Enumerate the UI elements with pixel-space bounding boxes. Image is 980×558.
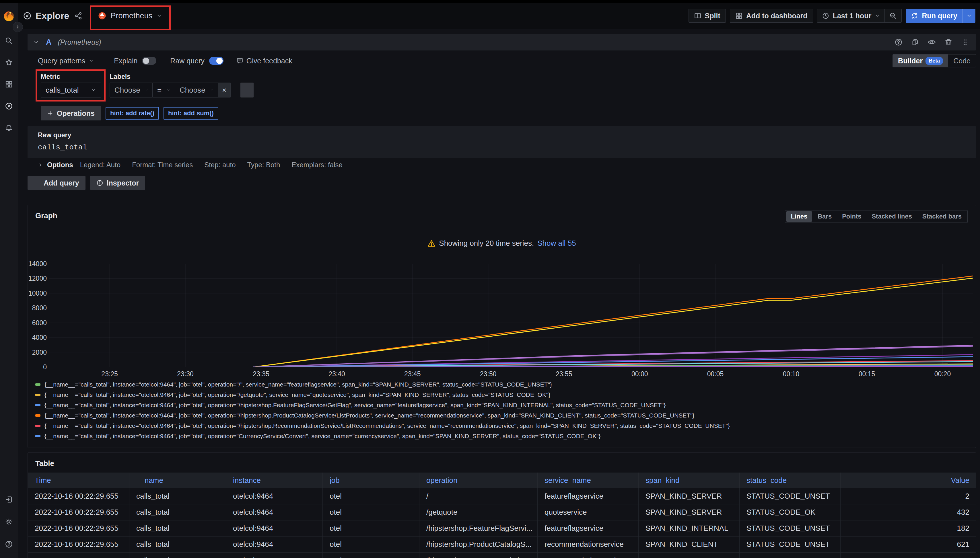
labels-field: Labels Choose = Cho: [110, 72, 253, 97]
page-title: Explore: [36, 11, 69, 21]
sidebar-item-sign-in[interactable]: [5, 496, 13, 504]
query-help-icon[interactable]: [893, 37, 904, 47]
builder-mode-button[interactable]: Builder Beta: [893, 54, 948, 67]
datasource-name: Prometheus: [110, 11, 152, 20]
table-cell: otel: [323, 488, 419, 504]
sidebar-item-dashboards[interactable]: [5, 80, 13, 88]
sidebar-item-help[interactable]: [5, 540, 13, 548]
graph-mode-lines[interactable]: Lines: [786, 211, 812, 222]
query-builder-row: Metric calls_total Labels Choose: [28, 72, 976, 97]
x-tick-label: 00:20: [934, 370, 951, 378]
table-column-header[interactable]: service_name: [538, 473, 639, 488]
legend-item[interactable]: {__name__="calls_total", instance="otelc…: [35, 390, 971, 400]
query-patterns-dropdown[interactable]: Query patterns: [38, 57, 94, 65]
give-feedback-label: Give feedback: [247, 57, 292, 65]
table-column-header[interactable]: operation: [419, 473, 538, 488]
x-axis: 23:2523:3023:3523:4023:4523:5023:5500:00…: [49, 368, 973, 378]
explain-label: Explain: [114, 57, 137, 65]
run-query-button[interactable]: Run query: [906, 9, 975, 23]
code-mode-button[interactable]: Code: [948, 54, 976, 67]
hint-add-sum-button[interactable]: hint: add sum(): [163, 107, 218, 120]
legend-color-swatch: [35, 383, 41, 386]
drag-handle-icon[interactable]: [960, 37, 970, 47]
legend-item[interactable]: {__name__="calls_total", instance="otelc…: [35, 379, 971, 390]
legend-item[interactable]: {__name__="calls_total", instance="otelc…: [35, 421, 971, 431]
explain-toggle[interactable]: [142, 57, 156, 65]
editor-mode-toggle: Builder Beta Code: [893, 54, 976, 67]
graph-panel-title: Graph: [35, 211, 58, 220]
table-cell: recommendationservice: [538, 553, 639, 558]
inspector-button[interactable]: Inspector: [90, 176, 145, 190]
table-column-header[interactable]: Value: [840, 473, 976, 488]
add-operation-button[interactable]: Operations: [41, 106, 101, 120]
x-tick-label: 23:40: [329, 370, 345, 378]
legend-item[interactable]: {__name__="calls_total", instance="otelc…: [35, 410, 971, 421]
table-column-header[interactable]: Time: [28, 473, 129, 488]
query-ref-id: A: [46, 38, 52, 47]
give-feedback-link[interactable]: Give feedback: [236, 57, 292, 65]
navbar-actions: Split Add to dashboard Last 1 hour: [689, 9, 975, 23]
hint-add-rate-button[interactable]: hint: add rate(): [105, 107, 159, 120]
table-cell: 621: [840, 537, 976, 552]
collapse-chevron-icon[interactable]: [33, 39, 39, 45]
refresh-icon: [911, 12, 918, 20]
table-cell: otelcol:9464: [226, 553, 323, 558]
run-query-dropdown-caret[interactable]: [962, 9, 975, 23]
table-column-header[interactable]: job: [323, 473, 419, 488]
graph-mode-stacked-bars[interactable]: Stacked bars: [918, 211, 966, 222]
grafana-logo-icon[interactable]: [2, 9, 15, 22]
graph-mode-stacked-lines[interactable]: Stacked lines: [867, 211, 917, 222]
time-picker-group: Last 1 hour: [817, 9, 902, 23]
table-cell: STATUS_CODE_UNSET: [740, 520, 840, 536]
graph-mode-points[interactable]: Points: [837, 211, 866, 222]
table-cell: SPAN_KIND_SERVER: [639, 504, 740, 520]
datasource-picker[interactable]: Prometheus: [94, 9, 166, 23]
delete-query-icon[interactable]: [943, 37, 954, 47]
legend-color-swatch: [35, 414, 41, 417]
add-to-dashboard-button[interactable]: Add to dashboard: [730, 9, 813, 23]
chevron-down-icon: [89, 58, 94, 63]
time-series-plot[interactable]: [49, 264, 973, 367]
table-cell: 182: [840, 520, 976, 536]
label-operator: =: [157, 86, 161, 95]
metric-select[interactable]: calls_total: [41, 82, 101, 97]
builder-label: Builder: [898, 57, 922, 65]
sidebar-item-settings[interactable]: [5, 518, 13, 526]
legend-item[interactable]: {__name__="calls_total", instance="otelc…: [35, 400, 971, 410]
legend-label: {__name__="calls_total", instance="otelc…: [44, 433, 600, 440]
hide-query-icon[interactable]: [927, 37, 937, 47]
sidebar-expand-button[interactable]: [13, 22, 23, 32]
table-cell: /hipstershop.FeatureFlagServi...: [419, 520, 538, 536]
label-value-select[interactable]: Choose: [175, 82, 218, 97]
table-column-header[interactable]: __name__: [129, 473, 226, 488]
time-range-picker[interactable]: Last 1 hour: [817, 9, 885, 22]
split-button[interactable]: Split: [689, 9, 726, 23]
table-cell: otel: [323, 537, 419, 552]
sidebar-item-starred[interactable]: [5, 59, 13, 67]
raw-query-toggle[interactable]: [209, 57, 224, 65]
sidebar-item-search[interactable]: [5, 37, 13, 45]
table-column-header[interactable]: status_code: [740, 473, 840, 488]
zoom-out-button[interactable]: [885, 9, 901, 22]
secondary-actions-row: Add query Inspector: [28, 176, 976, 190]
add-query-button[interactable]: Add query: [28, 176, 86, 190]
query-options-row[interactable]: Options Legend: Auto Format: Time series…: [28, 158, 976, 171]
table-column-header[interactable]: span_kind: [639, 473, 740, 488]
table-row: 2022-10-16 00:22:29.655calls_totalotelco…: [28, 553, 976, 558]
raw-query-value: calls_total: [38, 143, 966, 152]
table-column-header[interactable]: instance: [226, 473, 323, 488]
x-tick-label: 23:30: [177, 370, 194, 378]
share-icon[interactable]: [74, 12, 82, 20]
datasource-picker-wrap: Prometheus: [94, 9, 166, 23]
legend-item[interactable]: {__name__="calls_total", instance="otelc…: [35, 431, 971, 441]
label-key-select[interactable]: Choose: [110, 82, 153, 97]
table-cell: 2022-10-16 00:22:29.655: [28, 488, 129, 504]
remove-label-filter-icon[interactable]: ×: [218, 82, 231, 97]
sidebar-item-explore[interactable]: [5, 102, 13, 110]
show-all-series-link[interactable]: Show all 55: [537, 239, 576, 248]
graph-mode-bars[interactable]: Bars: [813, 211, 836, 222]
duplicate-query-icon[interactable]: [910, 37, 920, 47]
sidebar-item-alerting[interactable]: [5, 124, 13, 132]
label-operator-select[interactable]: =: [153, 82, 175, 97]
add-label-filter-button[interactable]: [240, 82, 253, 97]
